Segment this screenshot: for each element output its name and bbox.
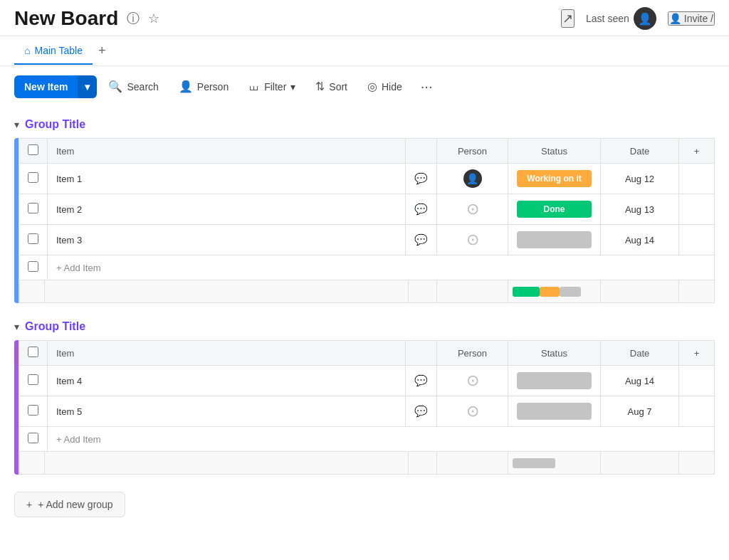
row-item-name[interactable]: Item 2 — [48, 194, 406, 225]
row-status[interactable]: Done — [508, 194, 601, 225]
row-date[interactable]: Aug 14 — [601, 225, 679, 255]
row-checkbox-3[interactable] — [28, 233, 38, 244]
add-item-label-2[interactable]: + Add Item — [48, 427, 715, 452]
row-status[interactable] — [508, 396, 601, 427]
summary-status-cell-2 — [508, 452, 601, 475]
row-chat[interactable]: 💬 — [406, 164, 437, 194]
row-item-name[interactable]: Item 1 — [48, 164, 406, 194]
select-all-checkbox-2[interactable] — [28, 347, 38, 357]
chevron-down-icon: ▾ — [85, 81, 90, 93]
tab-home-icon: ⌂ — [24, 45, 30, 56]
hide-button[interactable]: ◎ Hide — [359, 75, 411, 98]
person-button[interactable]: 👤 Person — [170, 75, 237, 98]
board-title: New Board — [14, 7, 118, 30]
row-item-name[interactable]: Item 5 — [48, 396, 406, 427]
row-checkbox-1[interactable] — [28, 172, 38, 183]
row-checkbox-5[interactable] — [28, 405, 38, 416]
summary-date-cell-2 — [601, 452, 679, 475]
group-1-chevron[interactable]: ▾ — [14, 119, 19, 130]
row-person[interactable]: ⊙ — [437, 366, 508, 396]
last-seen-label: Last seen — [586, 13, 629, 24]
col-add-2[interactable]: + — [679, 341, 715, 366]
add-item-row[interactable]: + Add Item — [19, 427, 715, 452]
col-item-1: Item — [48, 139, 406, 164]
add-item-row[interactable]: + Add Item — [19, 255, 715, 280]
sort-icon: ⇅ — [315, 80, 325, 93]
avatar: 👤 — [634, 7, 656, 30]
row-status[interactable]: Working on it — [508, 164, 601, 194]
activity-button[interactable]: ↗ — [561, 9, 575, 28]
invite-button[interactable]: 👤 Invite / — [668, 11, 715, 26]
tab-main-table[interactable]: ⌂ Main Table — [14, 38, 93, 65]
row-status[interactable] — [508, 225, 601, 255]
summary-bar-green — [513, 287, 540, 297]
add-row-checkbox[interactable] — [28, 261, 38, 272]
filter-label: Filter — [264, 81, 286, 93]
row-chat[interactable]: 💬 — [406, 225, 437, 255]
select-all-checkbox-1[interactable] — [28, 144, 38, 155]
row-date[interactable]: Aug 13 — [601, 194, 679, 225]
row-extra — [679, 194, 715, 225]
filter-chevron-icon: ▾ — [290, 81, 295, 93]
row-person[interactable]: ⊙ — [437, 194, 508, 225]
add-item-label[interactable]: + Add Item — [48, 255, 715, 280]
col-checkbox-2 — [19, 341, 48, 366]
row-date[interactable]: Aug 14 — [601, 366, 679, 396]
row-chat[interactable]: 💬 — [406, 194, 437, 225]
new-item-label: New Item — [14, 75, 78, 98]
filter-button[interactable]: ⧢ Filter ▾ — [240, 75, 304, 98]
group-1-table: Item Person Status Date — [19, 138, 715, 280]
chat-icon: 💬 — [414, 405, 428, 417]
row-chat[interactable]: 💬 — [406, 366, 437, 396]
row-status[interactable] — [508, 366, 601, 396]
info-icon: ⓘ — [127, 11, 140, 26]
sort-button[interactable]: ⇅ Sort — [307, 75, 356, 98]
row-date[interactable]: Aug 7 — [601, 396, 679, 427]
add-new-group-button[interactable]: + + Add new group — [14, 492, 125, 517]
col-date-2: Date — [601, 341, 679, 366]
row-item-name[interactable]: Item 4 — [48, 366, 406, 396]
new-item-button[interactable]: New Item ▾ — [14, 75, 97, 98]
info-icon-button[interactable]: ⓘ — [125, 9, 141, 28]
table-row: Item 1 💬 👤 Working on it Aug 12 — [19, 164, 715, 194]
row-checkbox-4[interactable] — [28, 374, 38, 385]
row-person[interactable]: ⊙ — [437, 396, 508, 427]
more-options-button[interactable]: ··· — [414, 73, 440, 100]
row-person[interactable]: ⊙ — [437, 225, 508, 255]
more-icon: ··· — [421, 78, 433, 94]
table-row: Item 5 💬 ⊙ Aug 7 — [19, 396, 715, 427]
table-row: Item 3 💬 ⊙ Aug 14 — [19, 225, 715, 255]
add-column-icon-1: + — [694, 146, 700, 157]
star-icon-button[interactable]: ☆ — [147, 9, 161, 28]
row-chat[interactable]: 💬 — [406, 396, 437, 427]
person-empty-icon: ⊙ — [466, 402, 479, 420]
invite-label: Invite / — [684, 13, 713, 24]
group-2-title[interactable]: Group Title — [25, 320, 85, 333]
add-group-icon: + — [26, 499, 32, 510]
activity-icon: ↗ — [562, 11, 573, 26]
group-2-chevron[interactable]: ▾ — [14, 321, 19, 332]
summary-person-cell — [437, 280, 508, 303]
row-person[interactable]: 👤 — [437, 164, 508, 194]
summary-bar-orange — [540, 287, 560, 297]
new-item-dropdown-arrow[interactable]: ▾ — [78, 75, 97, 98]
last-seen-section: Last seen 👤 — [586, 7, 656, 30]
tab-add-button[interactable]: + — [93, 36, 112, 65]
star-icon: ☆ — [148, 11, 159, 26]
row-checkbox — [19, 164, 48, 194]
summary-add-cell-2 — [679, 452, 715, 475]
summary-chat-cell — [409, 280, 437, 303]
col-chat-2 — [406, 341, 437, 366]
search-button[interactable]: 🔍 Search — [100, 75, 167, 98]
hide-icon: ◎ — [367, 80, 377, 93]
row-checkbox-2[interactable] — [28, 203, 38, 213]
group-1-summary — [19, 280, 715, 303]
row-item-name[interactable]: Item 3 — [48, 225, 406, 255]
group-1-title[interactable]: Group Title — [25, 118, 85, 131]
row-extra — [679, 366, 715, 396]
person-empty-icon: ⊙ — [466, 231, 479, 248]
col-add-1[interactable]: + — [679, 139, 715, 164]
row-date[interactable]: Aug 12 — [601, 164, 679, 194]
row-checkbox — [19, 396, 48, 427]
add-row-checkbox-2[interactable] — [28, 433, 38, 443]
